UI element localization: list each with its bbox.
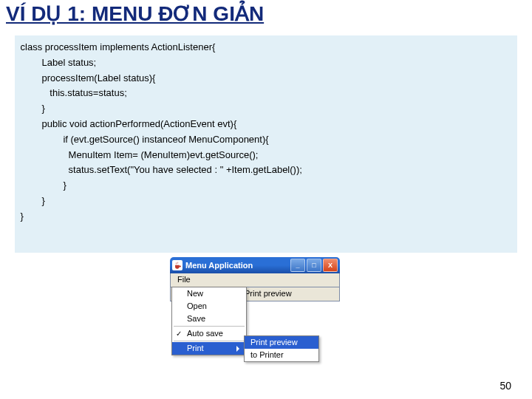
close-button[interactable]: X (323, 259, 338, 272)
window-titlebar: Menu Application _ □ X (170, 257, 340, 273)
app-screenshot: Menu Application _ □ X File Print previe… (170, 257, 340, 384)
code-listing: class processItem implements ActionListe… (18, 40, 514, 225)
code-box: class processItem implements ActionListe… (15, 35, 517, 253)
menu-file[interactable]: File (174, 273, 194, 286)
maximize-button[interactable]: □ (307, 259, 321, 272)
menu-separator (174, 341, 245, 341)
menu-item-new[interactable]: New (172, 287, 246, 300)
menu-item-autosave[interactable]: Auto save (172, 327, 246, 340)
status-label: Print preview (245, 289, 292, 298)
print-submenu: Print preview to Printer (244, 335, 319, 362)
menu-item-save[interactable]: Save (172, 313, 246, 325)
window-title: Menu Application (185, 261, 289, 270)
menu-item-open[interactable]: Open (172, 300, 246, 313)
page-number: 50 (499, 380, 511, 392)
submenu-item-preview[interactable]: Print preview (245, 336, 318, 349)
submenu-item-printer[interactable]: to Printer (245, 349, 318, 361)
slide-title: VÍ DỤ 1: MENU ĐƠN GIẢN (6, 1, 264, 26)
minimize-button[interactable]: _ (290, 259, 305, 272)
menu-item-print[interactable]: Print (172, 342, 246, 355)
java-icon (172, 260, 183, 270)
file-dropdown: New Open Save Auto save Print (171, 287, 247, 355)
menubar: File (170, 273, 340, 287)
menu-separator (174, 326, 245, 327)
